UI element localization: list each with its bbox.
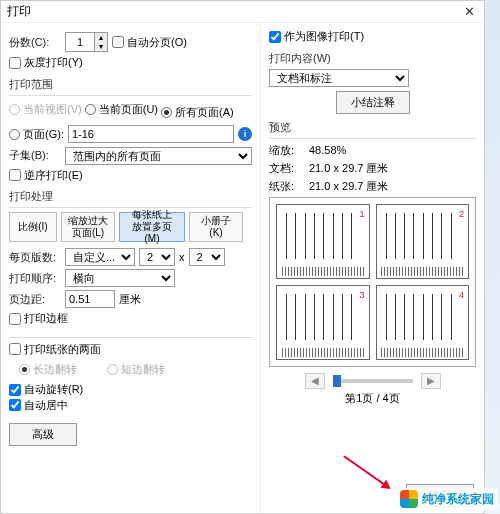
pages-per-select[interactable]: 自定义... (65, 248, 135, 266)
watermark: 纯净系统家园 (396, 488, 498, 510)
right-panel: 作为图像打印(T) 打印内容(W) 文档和标注 小结注释 预览 缩放:48.58… (261, 23, 484, 513)
tab-scale[interactable]: 比例(I) (9, 212, 57, 242)
watermark-logo-icon (400, 490, 418, 508)
copies-input[interactable] (66, 33, 94, 51)
pages-x-select[interactable]: 2 (139, 248, 175, 266)
left-panel: 份数(C): ▲▼ 自动分页(O) 灰度打印(Y) 打印范围 当前视图(V) 当… (1, 23, 261, 513)
grayscale-checkbox[interactable]: 灰度打印(Y) (9, 55, 83, 70)
order-label: 打印顺序: (9, 271, 61, 286)
duplex-checkbox[interactable]: 打印纸张的两面 (9, 342, 101, 357)
preview-page-4: 4 (376, 285, 470, 360)
subset-label: 子集(B): (9, 148, 61, 163)
preview-page-1: 1 (276, 204, 370, 279)
window-title: 打印 (7, 3, 460, 20)
subset-select[interactable]: 范围内的所有页面 (65, 147, 252, 165)
next-page-icon[interactable]: ▶ (421, 373, 441, 389)
margin-label: 页边距: (9, 292, 61, 307)
border-checkbox[interactable]: 打印边框 (9, 311, 68, 326)
doc-label: 文档: (269, 161, 305, 176)
radio-short-edge: 短边翻转 (107, 362, 165, 377)
radio-current-page[interactable]: 当前页面(U) (85, 102, 158, 117)
paper-value: 21.0 x 29.7 厘米 (309, 179, 389, 194)
tab-multiple[interactable]: 每张纸上 放置多页(M) (119, 212, 185, 242)
doc-value: 21.0 x 29.7 厘米 (309, 161, 389, 176)
advanced-button[interactable]: 高级 (9, 423, 77, 446)
auto-paginate-checkbox[interactable]: 自动分页(O) (112, 35, 187, 50)
close-icon[interactable]: ✕ (460, 4, 478, 19)
preview-page-3: 3 (276, 285, 370, 360)
order-select[interactable]: 横向 (65, 269, 175, 287)
auto-rotate-checkbox[interactable]: 自动旋转(R) (9, 382, 83, 397)
content-label: 打印内容(W) (269, 51, 476, 66)
titlebar: 打印 ✕ (1, 1, 484, 23)
margin-input[interactable] (65, 290, 115, 308)
summarize-button[interactable]: 小结注释 (336, 91, 410, 114)
reverse-checkbox[interactable]: 逆序打印(E) (9, 168, 83, 183)
handling-title: 打印处理 (9, 189, 252, 204)
as-image-checkbox[interactable]: 作为图像打印(T) (269, 29, 364, 44)
radio-long-edge: 长边翻转 (19, 362, 77, 377)
pages-y-select[interactable]: 2 (189, 248, 225, 266)
content-select[interactable]: 文档和标注 (269, 69, 409, 87)
page-slider[interactable] (333, 379, 413, 383)
copies-up-icon[interactable]: ▲ (95, 33, 107, 42)
auto-center-checkbox[interactable]: 自动居中 (9, 398, 68, 413)
watermark-text: 纯净系统家园 (422, 491, 494, 508)
prev-page-icon[interactable]: ◀ (305, 373, 325, 389)
radio-all-pages[interactable]: 所有页面(A) (161, 105, 234, 120)
info-icon[interactable]: i (238, 127, 252, 141)
zoom-value: 48.58% (309, 144, 346, 156)
radio-pages[interactable]: 页面(G): (9, 127, 64, 142)
copies-stepper[interactable]: ▲▼ (65, 32, 108, 52)
tab-booklet[interactable]: 小册子(K) (189, 212, 243, 242)
pages-per-label: 每页版数: (9, 250, 61, 265)
range-title: 打印范围 (9, 77, 252, 92)
pages-input[interactable] (68, 125, 234, 143)
preview-area: 1 2 3 4 (269, 197, 476, 367)
zoom-label: 缩放: (269, 143, 305, 158)
radio-current-view: 当前视图(V) (9, 102, 82, 117)
paper-label: 纸张: (269, 179, 305, 194)
pager: ◀ ▶ (269, 373, 476, 389)
print-dialog: 打印 ✕ 份数(C): ▲▼ 自动分页(O) 灰度打印(Y) 打印范围 当前视图… (0, 0, 485, 514)
copies-label: 份数(C): (9, 35, 61, 50)
preview-title: 预览 (269, 120, 476, 135)
annotation-arrow-icon (343, 455, 389, 488)
copies-down-icon[interactable]: ▼ (95, 42, 107, 51)
tab-fit-large[interactable]: 缩放过大 页面(L) (61, 212, 115, 242)
preview-page-2: 2 (376, 204, 470, 279)
pager-label: 第1页 / 4页 (269, 391, 476, 406)
